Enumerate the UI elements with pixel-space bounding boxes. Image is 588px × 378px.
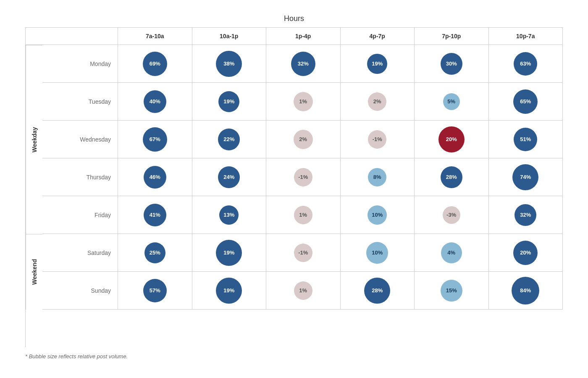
- cell-tuesday-4: 5%: [415, 83, 489, 121]
- cell-saturday-5: 20%: [489, 234, 563, 272]
- cell-monday-4: 30%: [415, 45, 489, 83]
- cell-wednesday-4: 20%: [415, 121, 489, 158]
- footnote: * Bubble size reflects relative post vol…: [25, 353, 563, 360]
- row-label-thursday: Thursday: [42, 158, 118, 196]
- cell-thursday-1: 24%: [192, 158, 267, 196]
- bubble-wednesday-1: 22%: [218, 129, 240, 150]
- header-spacer: [26, 28, 118, 45]
- bubble-thursday-0: 46%: [144, 166, 166, 189]
- cell-wednesday-1: 22%: [192, 121, 267, 158]
- bubble-saturday-4: 4%: [441, 242, 462, 263]
- bubble-saturday-3: 10%: [366, 242, 388, 264]
- weekday-group-label: Weekday: [26, 45, 42, 234]
- chart-container: Hours 7a-10a 10a-1p 1p-4p 4p-7p 7p-10p 1…: [13, 6, 575, 372]
- cell-tuesday-3: 2%: [341, 83, 415, 121]
- chart-title: Hours: [25, 14, 563, 23]
- bubble-sunday-5: 84%: [512, 277, 539, 304]
- cell-friday-1: 13%: [192, 196, 267, 234]
- cell-sunday-0: 57%: [118, 272, 192, 310]
- weekend-group-label: Weekend: [26, 234, 42, 310]
- bubble-monday-5: 63%: [514, 52, 537, 76]
- cell-wednesday-3: -1%: [341, 121, 415, 158]
- bubble-saturday-0: 25%: [144, 242, 165, 263]
- bubble-monday-0: 69%: [143, 52, 167, 76]
- col-header-3: 4p-7p: [341, 28, 415, 45]
- bubble-saturday-2: -1%: [294, 244, 312, 262]
- cell-tuesday-1: 19%: [192, 83, 267, 121]
- cell-thursday-2: -1%: [266, 158, 341, 196]
- bubble-wednesday-4: 20%: [438, 126, 465, 152]
- bubble-tuesday-0: 40%: [144, 90, 166, 113]
- bubble-friday-2: 1%: [294, 206, 312, 224]
- bubble-friday-0: 41%: [144, 204, 166, 226]
- cell-sunday-4: 15%: [415, 272, 489, 310]
- cell-saturday-0: 25%: [118, 234, 192, 272]
- cell-tuesday-2: 1%: [266, 83, 341, 121]
- bubble-friday-3: 10%: [368, 205, 387, 225]
- cell-friday-4: -3%: [415, 196, 489, 234]
- cell-monday-2: 32%: [266, 45, 341, 83]
- bubble-sunday-1: 19%: [216, 278, 242, 304]
- cell-saturday-3: 10%: [341, 234, 415, 272]
- bubble-saturday-1: 19%: [216, 240, 242, 266]
- cell-friday-0: 41%: [118, 196, 192, 234]
- cell-monday-3: 19%: [341, 45, 415, 83]
- data-grid: 7a-10a 10a-1p 1p-4p 4p-7p 7p-10p 10p-7a …: [25, 27, 563, 347]
- cell-monday-1: 38%: [192, 45, 267, 83]
- col-header-2: 1p-4p: [266, 28, 341, 45]
- cell-saturday-1: 19%: [192, 234, 267, 272]
- bubble-monday-4: 30%: [441, 53, 462, 75]
- cell-thursday-0: 46%: [118, 158, 192, 196]
- cell-sunday-5: 84%: [489, 272, 563, 310]
- cell-friday-2: 1%: [266, 196, 341, 234]
- bubble-sunday-4: 15%: [441, 280, 462, 302]
- bubble-wednesday-3: -1%: [368, 130, 386, 149]
- cell-wednesday-5: 51%: [489, 121, 563, 158]
- cell-sunday-2: 1%: [266, 272, 341, 310]
- col-header-0: 7a-10a: [118, 28, 192, 45]
- bubble-thursday-2: -1%: [294, 168, 312, 186]
- bubble-monday-3: 19%: [367, 54, 387, 74]
- bubble-friday-4: -3%: [443, 206, 460, 224]
- cell-tuesday-5: 65%: [489, 83, 563, 121]
- cell-wednesday-2: 2%: [266, 121, 341, 158]
- cell-sunday-3: 28%: [341, 272, 415, 310]
- cell-thursday-5: 74%: [489, 158, 563, 196]
- bubble-thursday-5: 74%: [512, 164, 538, 190]
- cell-thursday-3: 8%: [341, 158, 415, 196]
- cell-saturday-2: -1%: [266, 234, 341, 272]
- bubble-monday-1: 38%: [216, 51, 242, 77]
- bubble-friday-1: 13%: [219, 205, 239, 225]
- cell-monday-5: 63%: [489, 45, 563, 83]
- col-header-1: 10a-1p: [192, 28, 267, 45]
- bubble-sunday-2: 1%: [294, 281, 312, 300]
- cell-tuesday-0: 40%: [118, 83, 192, 121]
- row-label-friday: Friday: [42, 196, 118, 234]
- col-header-4: 7p-10p: [415, 28, 489, 45]
- bubble-sunday-3: 28%: [364, 278, 390, 304]
- cell-sunday-1: 19%: [192, 272, 267, 310]
- bubble-monday-2: 32%: [291, 52, 315, 76]
- bubble-wednesday-5: 51%: [514, 128, 537, 151]
- bubble-wednesday-2: 2%: [294, 130, 313, 149]
- cell-monday-0: 69%: [118, 45, 192, 83]
- bubble-tuesday-3: 2%: [368, 92, 386, 111]
- row-label-saturday: Saturday: [42, 234, 118, 272]
- bubble-tuesday-4: 5%: [443, 93, 460, 110]
- cell-thursday-4: 28%: [415, 158, 489, 196]
- bubble-thursday-4: 28%: [441, 166, 462, 188]
- bubble-sunday-0: 57%: [143, 279, 167, 302]
- bubble-tuesday-1: 19%: [218, 91, 239, 112]
- bubble-wednesday-0: 67%: [143, 127, 167, 152]
- cell-saturday-4: 4%: [415, 234, 489, 272]
- bubble-thursday-1: 24%: [218, 166, 240, 188]
- bubble-thursday-3: 8%: [368, 168, 386, 186]
- bubble-tuesday-2: 1%: [294, 92, 313, 111]
- cell-friday-5: 32%: [489, 196, 563, 234]
- row-label-tuesday: Tuesday: [42, 83, 118, 121]
- col-header-5: 10p-7a: [489, 28, 563, 45]
- cell-wednesday-0: 67%: [118, 121, 192, 158]
- cell-friday-3: 10%: [341, 196, 415, 234]
- row-label-wednesday: Wednesday: [42, 121, 118, 158]
- row-label-sunday: Sunday: [42, 272, 118, 310]
